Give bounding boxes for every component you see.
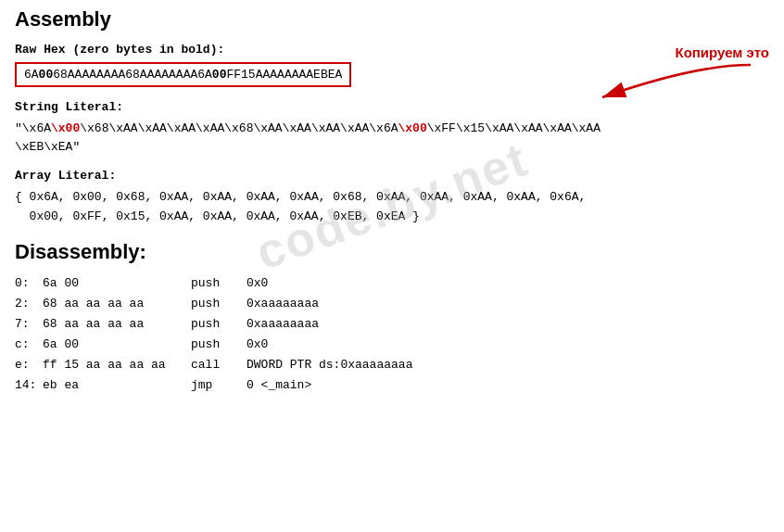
page-title: Assembly — [15, 7, 769, 32]
disasm-offset: 14: — [15, 375, 43, 396]
disasm-operand: 0 <_main> — [247, 375, 412, 396]
disasm-operand: 0xaaaaaaaa — [247, 294, 412, 314]
disasm-row: 7: 68 aa aa aa aa push 0xaaaaaaaa — [15, 314, 412, 335]
array-literal-label: Array Literal: — [15, 169, 769, 183]
string-literal-value: "\x6A\x00\x68\xAA\xAA\xAA\xAA\x68\xAA\xA… — [15, 120, 769, 156]
disasm-mnemonic: call — [191, 355, 247, 375]
disasm-operand: 0xaaaaaaaa — [247, 314, 412, 335]
array-literal-value: { 0x6A, 0x00, 0x68, 0xAA, 0xAA, 0xAA, 0x… — [15, 188, 769, 227]
disasm-bytes: ff 15 aa aa aa aa — [43, 355, 191, 375]
disasm-offset: 0: — [15, 273, 43, 294]
annotation-area: Копируем это — [675, 44, 769, 64]
disassembly-title: Disassembly: — [15, 240, 769, 264]
hl-0x00-2: 0x00 — [30, 209, 58, 223]
disasm-row: e: ff 15 aa aa aa aa call DWORD PTR ds:0… — [15, 355, 412, 375]
hl-x00-1: \x00 — [51, 121, 80, 135]
disasm-mnemonic: push — [191, 314, 247, 335]
disassembly-table: 0: 6a 00 push 0x0 2: 68 aa aa aa aa push… — [15, 273, 412, 397]
string-literal-label: String Literal: — [15, 100, 769, 114]
disasm-mnemonic: jmp — [191, 375, 247, 396]
disasm-bytes: eb ea — [43, 375, 191, 396]
disasm-bytes: 68 aa aa aa aa — [43, 294, 191, 314]
disasm-operand: 0x0 — [247, 335, 412, 355]
disasm-bytes: 68 aa aa aa aa — [43, 314, 191, 335]
page-wrapper: code.by.net Assembly Копируем это Raw He… — [0, 0, 784, 411]
disasm-operand: 0x0 — [247, 273, 412, 294]
disasm-mnemonic: push — [191, 294, 247, 314]
raw-hex-label: Raw Hex (zero bytes in bold): — [15, 43, 769, 57]
bold-zero-2: 00 — [212, 68, 227, 82]
disasm-offset: 2: — [15, 294, 43, 314]
disasm-row: 14: eb ea jmp 0 <_main> — [15, 375, 412, 396]
disasm-offset: 7: — [15, 314, 43, 335]
disasm-mnemonic: push — [191, 273, 247, 294]
disasm-bytes: 6a 00 — [43, 335, 191, 355]
disasm-offset: e: — [15, 355, 43, 375]
hl-0x00-1: 0x00 — [72, 190, 101, 204]
hl-x00-2: \x00 — [398, 121, 427, 135]
disasm-row: 0: 6a 00 push 0x0 — [15, 273, 412, 294]
disasm-offset: c: — [15, 335, 43, 355]
bold-zero-1: 00 — [39, 68, 54, 82]
raw-hex-value: 6A0068AAAAAAAA68AAAAAAAA6A00FF15AAAAAAAA… — [15, 62, 351, 87]
disasm-operand: DWORD PTR ds:0xaaaaaaaa — [247, 355, 412, 375]
disasm-mnemonic: push — [191, 335, 247, 355]
disasm-bytes: 6a 00 — [43, 273, 191, 294]
kopiruyem-label: Копируем это — [675, 44, 769, 60]
disasm-row: 2: 68 aa aa aa aa push 0xaaaaaaaa — [15, 294, 412, 314]
disasm-row: c: 6a 00 push 0x0 — [15, 335, 412, 355]
